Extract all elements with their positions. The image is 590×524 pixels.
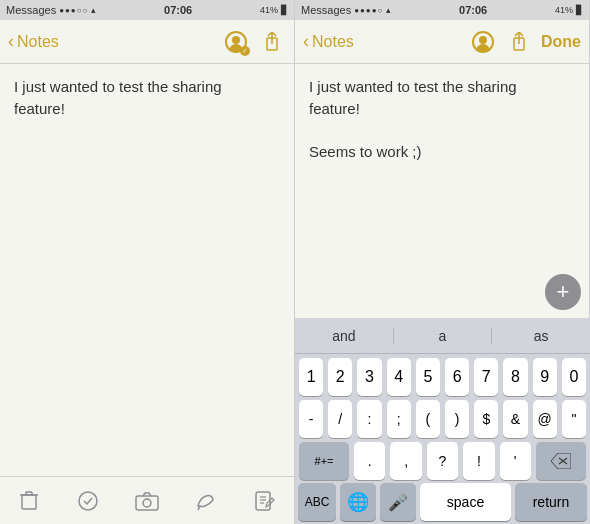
svg-point-8 <box>143 499 151 507</box>
key-question[interactable]: ? <box>427 442 458 480</box>
key-period[interactable]: . <box>354 442 385 480</box>
right-nav-bar: ‹ Notes Done <box>295 20 589 64</box>
left-app-name: Messages <box>6 4 56 16</box>
draw-icon[interactable] <box>188 483 224 519</box>
left-note-text: I just wanted to test the sharing featur… <box>14 78 222 117</box>
plus-button[interactable]: + <box>545 274 581 310</box>
right-time: 07:06 <box>459 4 487 16</box>
key-3[interactable]: 3 <box>357 358 381 396</box>
key-return[interactable]: return <box>515 483 587 521</box>
right-share-icon[interactable] <box>505 28 533 56</box>
right-battery-pct: 41% <box>555 5 573 15</box>
suggestion-as[interactable]: as <box>492 328 590 344</box>
right-share-svg <box>510 32 528 52</box>
keyboard-row-numbers: 1 2 3 4 5 6 7 8 9 0 <box>295 354 590 396</box>
left-share-icon[interactable] <box>258 28 286 56</box>
key-abc[interactable]: ABC <box>298 483 336 521</box>
right-signal: ●●●●○ <box>354 6 383 15</box>
right-nav-left[interactable]: ‹ Notes <box>303 31 354 52</box>
right-done-button[interactable]: Done <box>541 33 581 51</box>
key-4[interactable]: 4 <box>387 358 411 396</box>
left-panel: Messages ●●●○○ ▴ 07:06 41% ▊ ‹ Notes ✓ <box>0 0 295 524</box>
key-slash[interactable]: / <box>328 400 352 438</box>
key-quote[interactable]: " <box>562 400 586 438</box>
keyboard[interactable]: and a as 1 2 3 4 5 6 7 8 9 0 - / : ; ( )… <box>295 318 590 524</box>
keyboard-suggestions: and a as <box>295 318 590 354</box>
right-nav-right: Done <box>469 28 581 56</box>
key-dash[interactable]: - <box>299 400 323 438</box>
right-person-icon[interactable] <box>469 28 497 56</box>
left-signal: ●●●○○ <box>59 6 88 15</box>
right-wifi-icon: ▴ <box>386 5 391 15</box>
compose-icon[interactable] <box>247 483 283 519</box>
suggestion-and[interactable]: and <box>295 328 394 344</box>
key-0[interactable]: 0 <box>562 358 586 396</box>
key-globe[interactable]: 🌐 <box>340 483 376 521</box>
key-9[interactable]: 9 <box>533 358 557 396</box>
trash-icon[interactable] <box>11 483 47 519</box>
svg-rect-10 <box>256 492 270 510</box>
right-note-content[interactable]: I just wanted to test the sharing featur… <box>295 64 589 318</box>
key-apostrophe[interactable]: ' <box>500 442 531 480</box>
left-back-arrow-icon[interactable]: ‹ <box>8 31 14 52</box>
left-bottom-toolbar <box>0 476 294 524</box>
key-mic[interactable]: 🎤 <box>380 483 416 521</box>
key-exclaim[interactable]: ! <box>463 442 494 480</box>
right-person-circle <box>472 31 494 53</box>
right-status-bar: Messages ●●●●○ ▴ 07:06 41% ▊ <box>295 0 589 20</box>
svg-rect-1 <box>22 495 36 509</box>
right-status-left: Messages ●●●●○ ▴ <box>301 4 391 16</box>
key-1[interactable]: 1 <box>299 358 323 396</box>
key-rparen[interactable]: ) <box>445 400 469 438</box>
left-back-label[interactable]: Notes <box>17 33 59 51</box>
left-time: 07:06 <box>164 4 192 16</box>
right-status-right: 41% ▊ <box>555 5 583 15</box>
key-6[interactable]: 6 <box>445 358 469 396</box>
left-person-icon[interactable]: ✓ <box>222 28 250 56</box>
svg-point-6 <box>79 492 97 510</box>
key-colon[interactable]: : <box>357 400 381 438</box>
left-share-svg <box>263 32 281 52</box>
key-7[interactable]: 7 <box>474 358 498 396</box>
left-check-badge: ✓ <box>240 46 250 56</box>
right-back-arrow-icon[interactable]: ‹ <box>303 31 309 52</box>
right-app-name: Messages <box>301 4 351 16</box>
left-nav-bar: ‹ Notes ✓ <box>0 20 294 64</box>
key-delete[interactable] <box>536 442 586 480</box>
keyboard-row-symbols: - / : ; ( ) $ & @ " <box>295 396 590 438</box>
key-semicolon[interactable]: ; <box>387 400 411 438</box>
left-nav-right: ✓ <box>222 28 286 56</box>
key-space[interactable]: space <box>420 483 511 521</box>
right-note-text: I just wanted to test the sharing featur… <box>309 78 517 160</box>
key-5[interactable]: 5 <box>416 358 440 396</box>
left-nav-left[interactable]: ‹ Notes <box>8 31 59 52</box>
key-2[interactable]: 2 <box>328 358 352 396</box>
suggestion-a[interactable]: a <box>394 328 493 344</box>
camera-icon[interactable] <box>129 483 165 519</box>
right-panel: Messages ●●●●○ ▴ 07:06 41% ▊ ‹ Notes <box>295 0 590 524</box>
keyboard-bottom-row: ABC 🌐 🎤 space return <box>295 480 590 524</box>
left-status-bar: Messages ●●●○○ ▴ 07:06 41% ▊ <box>0 0 294 20</box>
key-8[interactable]: 8 <box>503 358 527 396</box>
key-dollar[interactable]: $ <box>474 400 498 438</box>
right-back-label[interactable]: Notes <box>312 33 354 51</box>
key-lparen[interactable]: ( <box>416 400 440 438</box>
left-status-left: Messages ●●●○○ ▴ <box>6 4 96 16</box>
key-hashplus[interactable]: #+= <box>299 442 349 480</box>
left-wifi-icon: ▴ <box>91 5 96 15</box>
key-ampersand[interactable]: & <box>503 400 527 438</box>
left-status-right: 41% ▊ <box>260 5 288 15</box>
keyboard-row-special: #+= . , ? ! ' <box>295 438 590 480</box>
key-at[interactable]: @ <box>533 400 557 438</box>
check-icon[interactable] <box>70 483 106 519</box>
right-battery-icon: ▊ <box>576 5 583 15</box>
left-note-content: I just wanted to test the sharing featur… <box>0 64 294 476</box>
left-battery-icon: ▊ <box>281 5 288 15</box>
svg-rect-7 <box>136 496 158 510</box>
key-comma[interactable]: , <box>390 442 421 480</box>
left-battery-pct: 41% <box>260 5 278 15</box>
